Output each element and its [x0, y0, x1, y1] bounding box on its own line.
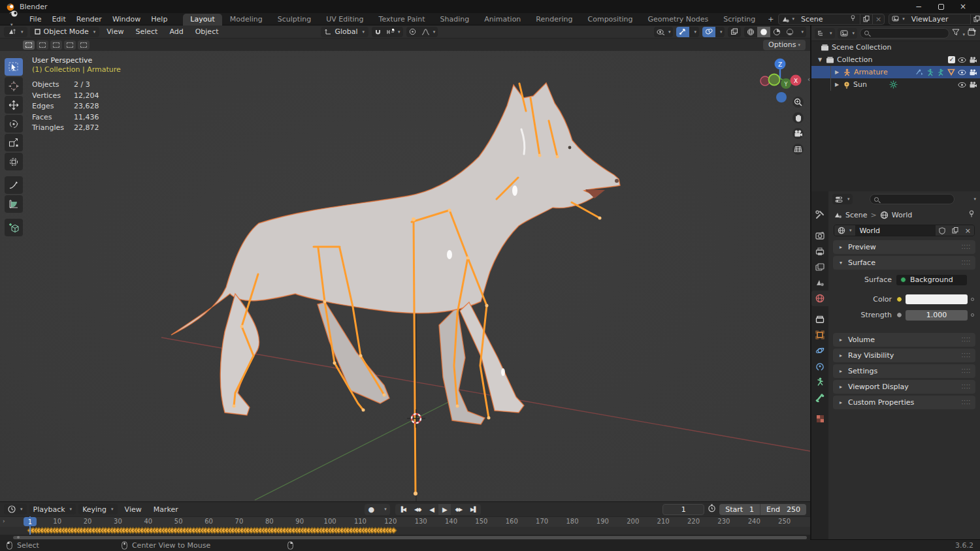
timeline-ruler[interactable]: › 10203040506070809010011012013014015016…: [0, 516, 810, 527]
gizmos-toggle[interactable]: [676, 27, 689, 37]
scrollbar-zoom-handle[interactable]: [17, 536, 20, 539]
panel-settings[interactable]: ▸Settings········: [833, 364, 975, 378]
delete-scene-button[interactable]: ×: [872, 14, 884, 24]
timeline-view-menu[interactable]: View: [120, 505, 146, 514]
tool-scale[interactable]: [5, 134, 23, 151]
tab-render[interactable]: [811, 228, 828, 244]
jump-to-end-button[interactable]: ▶▌: [466, 504, 481, 515]
viewport-3d[interactable]: User Perspective (1) Collection | Armatu…: [0, 51, 810, 501]
tab-sculpting[interactable]: Sculpting: [270, 14, 318, 25]
tool-cursor[interactable]: [5, 77, 23, 95]
proportional-edit-toggle[interactable]: [406, 27, 419, 37]
current-frame-field[interactable]: 1: [662, 504, 704, 515]
pose-icon[interactable]: [926, 69, 934, 76]
outliner-row-collection[interactable]: ▼ Collection ✓: [811, 54, 980, 66]
new-scene-button[interactable]: [860, 14, 872, 24]
animation-action-icon[interactable]: [915, 69, 924, 76]
unlink-world-button[interactable]: ×: [962, 225, 974, 236]
tab-view-layer[interactable]: [811, 259, 828, 275]
snap-toggle[interactable]: [372, 27, 384, 37]
menu-edit[interactable]: Edit: [46, 15, 71, 24]
tab-collection[interactable]: [811, 311, 828, 327]
select-mode-extend[interactable]: [37, 40, 48, 50]
zoom-button[interactable]: [792, 97, 804, 108]
tool-rotate[interactable]: [5, 115, 23, 133]
tab-texture-paint[interactable]: Texture Paint: [372, 14, 433, 25]
timeline-editor-type-selector[interactable]: ▾: [4, 504, 27, 514]
options-button[interactable]: Options▾: [763, 40, 806, 50]
viewport-canvas[interactable]: [0, 51, 810, 501]
tab-scene[interactable]: [811, 275, 828, 291]
breadcrumb-scene[interactable]: Scene: [845, 211, 868, 219]
tab-physics[interactable]: [811, 343, 828, 358]
scene-browse-button[interactable]: ▾: [779, 14, 797, 24]
timeline-scrollbar[interactable]: [0, 535, 810, 540]
mode-dropdown[interactable]: Object Mode▾: [30, 27, 100, 37]
select-mode-invert[interactable]: [64, 40, 76, 50]
browse-world-button[interactable]: ▾: [834, 225, 855, 236]
panel-preview[interactable]: ▸Preview········: [833, 240, 975, 254]
shading-wireframe-button[interactable]: [744, 27, 757, 37]
disclosure-triangle-icon[interactable]: ▶: [834, 69, 840, 75]
pin-icon[interactable]: [850, 15, 856, 24]
render-visibility-camera-icon[interactable]: [969, 82, 977, 88]
channel-expand-arrow[interactable]: ›: [3, 518, 5, 524]
shading-material-button[interactable]: [770, 27, 783, 37]
sidebar-toggle-arrow[interactable]: ‹: [808, 76, 810, 83]
hide-eye-icon[interactable]: [958, 57, 966, 63]
render-visibility-camera-icon[interactable]: [969, 69, 977, 76]
tab-output[interactable]: [811, 244, 828, 259]
prev-keyframe-button[interactable]: ◀◆: [410, 504, 425, 515]
pan-button[interactable]: [792, 112, 804, 123]
panel-surface[interactable]: ▾Surface········: [833, 256, 975, 270]
color-swatch[interactable]: [906, 294, 968, 304]
transform-orientation-dropdown[interactable]: Global▾: [321, 27, 369, 37]
view-layer-browse-button[interactable]: ▾: [889, 14, 907, 24]
tool-move[interactable]: [5, 96, 23, 114]
outliner-filter-id-dropdown[interactable]: ▾: [838, 28, 858, 39]
new-world-button[interactable]: [949, 225, 962, 236]
shading-dropdown[interactable]: ▾: [796, 27, 806, 37]
play-reverse-button[interactable]: ◀: [425, 504, 438, 515]
tab-world[interactable]: [811, 291, 828, 306]
panel-ray-visibility[interactable]: ▸Ray Visibility········: [833, 349, 975, 362]
keyframe-strip[interactable]: [0, 527, 810, 535]
tab-tool[interactable]: [811, 207, 828, 223]
minimize-button[interactable]: −: [907, 0, 930, 13]
vertex-group-triangle-icon[interactable]: [947, 69, 955, 76]
menu-select[interactable]: Select: [131, 27, 162, 36]
menu-file[interactable]: File: [24, 15, 46, 24]
menu-render[interactable]: Render: [71, 15, 107, 24]
tab-layout[interactable]: Layout: [183, 14, 221, 25]
add-workspace-button[interactable]: +: [763, 14, 778, 25]
next-keyframe-button[interactable]: ◆▶: [451, 504, 466, 515]
tool-transform[interactable]: [5, 153, 23, 170]
new-view-layer-button[interactable]: [970, 14, 980, 24]
tab-object[interactable]: [811, 327, 828, 343]
disclosure-triangle-icon[interactable]: ▼: [817, 57, 823, 63]
surface-shader-button[interactable]: Background: [896, 275, 967, 285]
overlays-dropdown[interactable]: ▾: [715, 27, 725, 37]
scene-name-field[interactable]: Scene: [797, 14, 860, 24]
breadcrumb-world[interactable]: World: [892, 211, 913, 219]
strength-slider[interactable]: 1.000: [906, 310, 968, 321]
shading-solid-button[interactable]: [757, 27, 770, 37]
tab-uv-editing[interactable]: UV Editing: [319, 14, 370, 25]
close-button[interactable]: ×: [952, 0, 974, 13]
tab-rendering[interactable]: Rendering: [529, 14, 580, 25]
select-mode-new[interactable]: [23, 40, 35, 50]
panel-custom-properties[interactable]: ▸Custom Properties········: [833, 396, 975, 409]
overlays-toggle[interactable]: [702, 27, 715, 37]
tab-object-data[interactable]: [811, 374, 828, 390]
collection-checkbox[interactable]: ✓: [948, 56, 955, 63]
tool-select-box[interactable]: [5, 58, 23, 76]
object-type-visibility-dropdown[interactable]: ▾: [654, 27, 674, 37]
sun-data-icon[interactable]: [889, 80, 898, 89]
xray-toggle[interactable]: [728, 27, 741, 37]
auto-key-dropdown[interactable]: ▾: [378, 504, 390, 515]
outliner-filter-button[interactable]: ▾: [952, 29, 965, 38]
animate-color-button[interactable]: [971, 298, 974, 301]
properties-editor-type-selector[interactable]: ▾: [832, 194, 853, 204]
select-mode-intersect[interactable]: [78, 40, 90, 50]
pin-id-button[interactable]: [968, 210, 975, 219]
